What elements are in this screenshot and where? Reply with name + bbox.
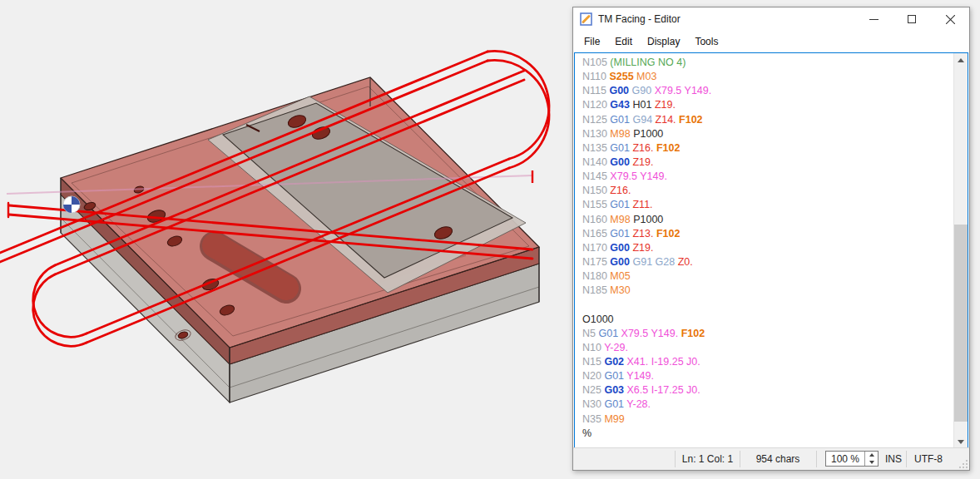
gcode-line: N155 G01 Z11. [582,198,953,212]
chevron-down-icon [958,440,964,444]
gcode-line: N30 G01 Y-28. [582,398,953,412]
menu-bar: File Edit Display Tools [573,31,969,52]
gcode-line: N110 S255 M03 [582,70,953,84]
spinner-down-icon [869,461,874,464]
insert-mode-indicator: INS [880,448,907,470]
gcode-line: N115 G00 G90 X79.5 Y149. [582,84,953,98]
spinner-up-icon [869,453,874,457]
gcode-line: N150 Z16. [582,184,953,198]
gcode-line: N5 G01 X79.5 Y149. F102 [582,327,953,341]
vertical-scrollbar[interactable] [953,53,968,449]
gcode-line: N145 X79.5 Y149. [582,170,953,184]
minimize-icon [869,15,879,24]
gcode-line: N175 G00 G91 G28 Z0. [582,255,953,269]
gcode-line: N15 G02 X41. I-19.25 J0. [582,355,953,369]
status-bar: Ln: 1 Col: 1 954 chars 100 % INS UTF-8 [573,447,969,470]
gcode-line: N185 M30 [582,284,953,298]
menu-edit[interactable]: Edit [607,32,640,51]
encoding-indicator: UTF-8 [907,448,950,470]
zoom-decrease-button[interactable] [865,459,878,467]
gcode-line: N125 G01 G94 Z14. F102 [582,113,953,127]
maximize-button[interactable] [893,7,931,31]
screen: { "window": { "title": "TM Facing - Edit… [0,0,980,479]
gcode-lines: N105 (MILLING NO 4)N110 S255 M03N115 G00… [575,54,953,449]
gcode-line: N165 G01 Z13. F102 [582,227,953,241]
window-title: TM Facing - Editor [598,13,681,25]
minimize-button[interactable] [854,7,893,31]
close-icon [946,15,955,24]
scroll-up-button[interactable] [954,53,968,67]
scrollbar-thumb[interactable] [954,225,968,422]
close-button[interactable] [931,7,969,31]
zoom-increase-button[interactable] [865,452,878,459]
gcode-line: N35 M99 [582,412,953,427]
chevron-up-icon [958,58,964,62]
editor-window: TM Facing - Editor File Edit Display Too… [572,7,970,471]
resize-grip[interactable] [958,458,968,468]
model-viewport[interactable] [0,0,572,479]
zoom-value[interactable]: 100 % [826,452,864,466]
menu-display[interactable]: Display [640,32,687,51]
gcode-line: N10 Y-29. [582,341,953,355]
gcode-line: N140 G00 Z19. [582,156,953,170]
gcode-line: N170 G00 Z19. [582,241,953,255]
status-separator [816,451,817,467]
gcode-text-area[interactable]: N105 (MILLING NO 4)N110 S255 M03N115 G00… [574,52,968,450]
gcode-line: % [582,427,953,441]
gcode-line: N120 G43 H01 Z19. [582,98,953,112]
menu-tools[interactable]: Tools [687,32,725,51]
work-origin-datum-icon [63,196,80,213]
gcode-line: N105 (MILLING NO 4) [582,56,953,70]
gcode-line: N20 G01 Y149. [582,369,953,383]
char-count: 954 chars [740,448,816,470]
gcode-line: N160 M98 P1000 [582,213,953,227]
gcode-line: N25 G03 X6.5 I-17.25 J0. [582,383,953,398]
edit-document-icon [580,12,593,26]
zoom-spinner [864,452,878,466]
gcode-line: N130 M98 P1000 [582,127,953,141]
gcode-line: N180 M05 [582,269,953,284]
zoom-control[interactable]: 100 % [825,451,879,467]
gcode-line [582,298,953,312]
maximize-icon [908,15,916,23]
cursor-position: Ln: 1 Col: 1 [676,448,740,470]
window-titlebar[interactable]: TM Facing - Editor [573,7,969,31]
gcode-line: N135 G01 Z16. F102 [582,141,953,156]
menu-file[interactable]: File [577,32,607,51]
gcode-line: O1000 [582,313,953,327]
